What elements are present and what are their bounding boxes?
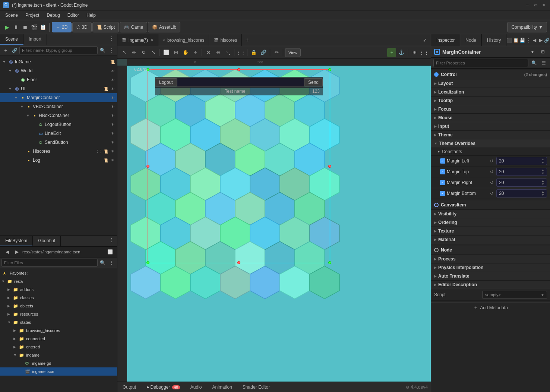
scene-filter-icon[interactable]: 🔍	[98, 46, 107, 54]
margin-bottom-input[interactable]: 20 ▲▼	[496, 189, 547, 197]
run-button[interactable]: ▶	[3, 23, 11, 31]
tool7[interactable]: ⊕	[214, 48, 222, 57]
pause-button[interactable]: ⏸	[12, 23, 20, 31]
theme-section[interactable]: ▶ Theme	[431, 131, 550, 139]
script-dropdown-icon[interactable]: ▼	[541, 293, 544, 297]
tree-item-hboxcontainer[interactable]: ▼ ▪ HBoxContainer 👁	[0, 111, 117, 120]
game-button[interactable]: 🎮 Game	[120, 22, 147, 32]
process-section[interactable]: ▶ Process	[431, 255, 550, 263]
fs-item-resources[interactable]: ▶ 📁 resources	[0, 310, 117, 318]
input-section[interactable]: ▶ Input	[431, 122, 550, 131]
mode-2d-button[interactable]: ↔ 2D	[52, 22, 72, 32]
tab-inspector[interactable]: Inspector	[431, 34, 460, 46]
scene-options-button[interactable]: ⋮	[107, 46, 116, 54]
fs-item-entered[interactable]: ▶ 📁 entered	[0, 343, 117, 351]
fs-item-res[interactable]: ▼ 📁 res://	[0, 277, 117, 285]
ordering-section[interactable]: ▶ Ordering	[431, 218, 550, 227]
tab-scene[interactable]: Scene	[0, 34, 23, 45]
logout-btn[interactable]: Logout	[155, 78, 177, 86]
fs-copy-path-button[interactable]: ⬜	[106, 248, 114, 256]
margin-bottom-checkbox[interactable]: ✓	[440, 191, 445, 196]
more-tool[interactable]: ⋮⋮	[420, 48, 429, 57]
scene-filter-input[interactable]	[19, 46, 98, 54]
snap-tool[interactable]: ⊞	[171, 48, 180, 57]
paint-tool[interactable]: ✏	[272, 48, 281, 57]
inspector-filter-input[interactable]	[433, 59, 528, 67]
tree-item-ui[interactable]: ▼ ◎ UI 📜 👁	[0, 84, 117, 93]
select-tool[interactable]: ↖	[120, 48, 129, 57]
fs-item-states[interactable]: ▼ 📁 states	[0, 318, 117, 326]
inspector-toolbar-btn1[interactable]: ⬛	[506, 36, 513, 44]
tab-filesystem[interactable]: FileSystem	[0, 236, 33, 246]
fs-filter-input[interactable]	[1, 259, 98, 267]
fs-item-ingame-gd[interactable]: ▶ ⚙ ingame.gd	[0, 359, 117, 367]
fs-item-ingame-tscn[interactable]: ▶ 🎬 ingame.tscn	[0, 367, 117, 376]
editor-description-section[interactable]: ▶ Editor Description	[431, 281, 550, 289]
tree-item-floor[interactable]: ▶ ◉ Floor 👁	[0, 75, 117, 84]
pan-tool[interactable]: ✋	[181, 48, 190, 57]
tab-history[interactable]: History	[482, 34, 506, 46]
layout-section[interactable]: ▶ Layout	[431, 79, 550, 88]
assetlib-button[interactable]: 📦 AssetLib	[148, 22, 180, 32]
tab-output[interactable]: Output	[120, 384, 138, 391]
move-tool[interactable]: ⊕	[129, 48, 138, 57]
tab-close-ingame[interactable]: ✕	[150, 38, 154, 42]
grid-tool[interactable]: ⊞	[410, 48, 419, 57]
inspector-toolbar-btn3[interactable]: 💾	[519, 36, 525, 44]
fs-filter-icon[interactable]: 🔍	[98, 259, 107, 267]
tool6[interactable]: ⊘	[204, 48, 213, 57]
maximize-button[interactable]: ▭	[532, 2, 539, 9]
fs-item-ingame-folder[interactable]: ▼ 📁 ingame	[0, 351, 117, 359]
margin-bottom-reset[interactable]: ↺	[488, 190, 495, 197]
add-metadata-button[interactable]: ＋ Add Metadata	[431, 302, 550, 313]
fs-item-addons[interactable]: ▶ 📁 addons	[0, 285, 117, 294]
close-button[interactable]: ✕	[540, 2, 547, 9]
menu-debug[interactable]: Debug	[43, 11, 63, 19]
fs-item-classes[interactable]: ▶ 📁 classes	[0, 294, 117, 302]
lock-tool[interactable]: 🔒	[249, 48, 258, 57]
view-button[interactable]: View	[285, 48, 301, 57]
fs-panel-menu-button[interactable]: ⋮	[107, 236, 116, 244]
constants-subsection[interactable]: ▼ Constants	[431, 148, 550, 156]
margin-top-input[interactable]: 20 ▲▼	[496, 168, 547, 176]
theme-overrides-section[interactable]: ▼ Theme Overrides	[431, 139, 550, 148]
tree-item-log[interactable]: ▶ ▪ Log 📜 👁	[0, 156, 117, 165]
texture-section[interactable]: ▶ Texture	[431, 227, 550, 235]
scene-panel-menu-button[interactable]: ⋮	[107, 34, 116, 42]
margin-right-checkbox[interactable]: ✓	[440, 180, 445, 185]
fs-item-browsing-hiscores[interactable]: ▶ 📁 browsing_hiscores	[0, 326, 117, 335]
inspector-toolbar-btn4[interactable]: ⋮	[525, 36, 531, 44]
inspector-node-grid[interactable]: ⊞	[539, 48, 547, 56]
expand-editor-button[interactable]: ⤢	[420, 36, 429, 45]
menu-project[interactable]: Project	[22, 11, 43, 19]
run-specific-button[interactable]: 📋	[39, 23, 47, 31]
scale-tool[interactable]: ⤡	[149, 48, 158, 57]
inspector-toolbar-btn2[interactable]: 📋	[513, 36, 519, 44]
menu-editor[interactable]: Editor	[64, 11, 83, 19]
margin-top-spinbox[interactable]: ▲▼	[541, 168, 544, 175]
margin-top-checkbox[interactable]: ✓	[440, 169, 445, 174]
margin-right-reset[interactable]: ↺	[488, 179, 495, 186]
tree-item-ingame[interactable]: ▼ ◎ InGame 📜	[0, 57, 117, 66]
zoom-in-button[interactable]: +	[149, 66, 153, 72]
menu-scene[interactable]: Scene	[1, 11, 22, 19]
fs-item-objects[interactable]: ▶ 📁 objects	[0, 302, 117, 310]
tree-item-logoutbutton[interactable]: ▶ ☺ LogoutButton 👁	[0, 120, 117, 129]
tool8[interactable]: ⋱	[223, 48, 232, 57]
visibility-section[interactable]: ▶ Visibility	[431, 210, 550, 218]
inspector-expand-button[interactable]: ▼	[528, 48, 537, 56]
add-node-canvas[interactable]: ＋	[387, 48, 396, 57]
material-section[interactable]: ▶ Material	[431, 235, 550, 244]
mode-3d-button[interactable]: ⬡ 3D	[72, 22, 91, 32]
fs-options-button[interactable]: ⋮	[107, 259, 116, 267]
tree-item-sendbutton[interactable]: ▶ ☺ SendButton 👁	[0, 138, 117, 147]
tree-item-hiscores[interactable]: ▶ ▪ Hiscores ⛶ 📜 👁	[0, 147, 117, 156]
fs-item-connected[interactable]: ▶ 📁 connected	[0, 335, 117, 343]
canvas-area[interactable]: 0 500	[117, 59, 431, 382]
zoom-out-button[interactable]: −	[129, 66, 132, 72]
inspector-object-btn[interactable]: 🔗	[544, 36, 550, 44]
menu-help[interactable]: Help	[83, 11, 99, 19]
tab-debugger[interactable]: ● Debugger 40	[144, 384, 182, 391]
tool9[interactable]: ⋮⋮	[236, 48, 245, 57]
tab-shader-editor[interactable]: Shader Editor	[240, 384, 272, 391]
